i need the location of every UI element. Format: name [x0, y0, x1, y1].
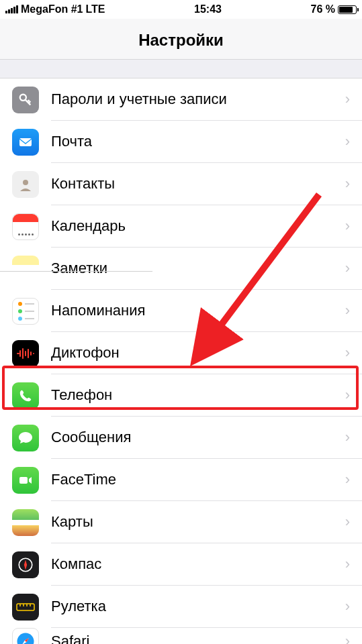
row-facetime[interactable]: FaceTime›	[0, 459, 362, 501]
key-icon	[12, 87, 39, 113]
reminders-icon	[12, 298, 39, 325]
row-label: Диктофон	[51, 344, 120, 362]
notes-icon	[12, 256, 39, 282]
section-spacer	[0, 60, 362, 78]
battery-icon	[338, 5, 357, 14]
status-bar: MegaFon #1 LTE 15:43 76 %	[0, 0, 362, 19]
row-notes[interactable]: Заметки›	[0, 248, 362, 290]
network-label: LTE	[85, 3, 105, 15]
row-maps[interactable]: Карты›	[0, 501, 362, 543]
waveform-icon	[12, 340, 39, 367]
chevron-right-icon: ›	[345, 175, 350, 193]
row-phone[interactable]: Телефон›	[0, 374, 362, 417]
maps-icon	[12, 509, 39, 536]
signal-icon	[5, 5, 18, 13]
settings-list: Пароли и учетные записи› Почта› Контакты…	[0, 78, 362, 644]
ruler-icon	[12, 594, 39, 621]
svg-rect-5	[17, 604, 34, 610]
chevron-right-icon: ›	[345, 513, 350, 531]
row-messages[interactable]: Сообщения›	[0, 417, 362, 459]
chevron-right-icon: ›	[345, 344, 350, 362]
row-label: Напоминания	[51, 302, 145, 319]
mail-icon	[12, 129, 39, 156]
row-compass[interactable]: Компас›	[0, 543, 362, 586]
contacts-icon	[12, 171, 39, 198]
chevron-right-icon: ›	[345, 386, 350, 404]
page-title: Настройки	[0, 19, 362, 60]
row-mail[interactable]: Почта›	[0, 121, 362, 163]
row-passwords[interactable]: Пароли и учетные записи›	[0, 78, 362, 121]
clock: 15:43	[105, 3, 311, 15]
row-contacts[interactable]: Контакты›	[0, 163, 362, 205]
row-label: Пароли и учетные записи	[51, 91, 227, 108]
chevron-right-icon: ›	[345, 260, 350, 277]
chevron-right-icon: ›	[345, 133, 350, 150]
calendar-icon	[12, 213, 39, 240]
row-calendar[interactable]: Календарь›	[0, 205, 362, 248]
svg-point-2	[23, 180, 28, 185]
svg-rect-1	[19, 138, 32, 146]
carrier-label: MegaFon #1	[21, 3, 83, 15]
chevron-right-icon: ›	[345, 471, 350, 488]
compass-icon	[12, 551, 39, 578]
row-label: Почта	[51, 133, 92, 150]
chevron-right-icon: ›	[345, 598, 350, 615]
row-label: Заметки	[51, 260, 107, 277]
row-label: Карты	[51, 513, 93, 531]
row-voicememo[interactable]: Диктофон›	[0, 332, 362, 374]
row-measure[interactable]: Рулетка›	[0, 586, 362, 628]
row-label: FaceTime	[51, 471, 116, 488]
messages-icon	[12, 425, 39, 451]
row-label: Контакты	[51, 175, 115, 193]
chevron-right-icon: ›	[345, 429, 350, 446]
row-safari[interactable]: Safari›	[0, 628, 362, 644]
chevron-right-icon: ›	[345, 91, 350, 108]
chevron-right-icon: ›	[345, 555, 350, 573]
chevron-right-icon: ›	[345, 217, 350, 235]
row-label: Компас	[51, 555, 101, 573]
phone-icon	[12, 382, 39, 409]
row-label: Сообщения	[51, 429, 131, 446]
svg-rect-3	[19, 477, 28, 484]
row-label: Календарь	[51, 217, 126, 235]
row-label: Рулетка	[51, 598, 106, 615]
row-reminders[interactable]: Напоминания›	[0, 290, 362, 332]
battery-percent: 76 %	[311, 3, 335, 15]
chevron-right-icon: ›	[345, 302, 350, 319]
row-label: Safari	[51, 633, 89, 644]
facetime-icon	[12, 467, 39, 494]
chevron-right-icon: ›	[345, 633, 350, 644]
row-label: Телефон	[51, 386, 112, 404]
safari-icon	[12, 628, 39, 644]
